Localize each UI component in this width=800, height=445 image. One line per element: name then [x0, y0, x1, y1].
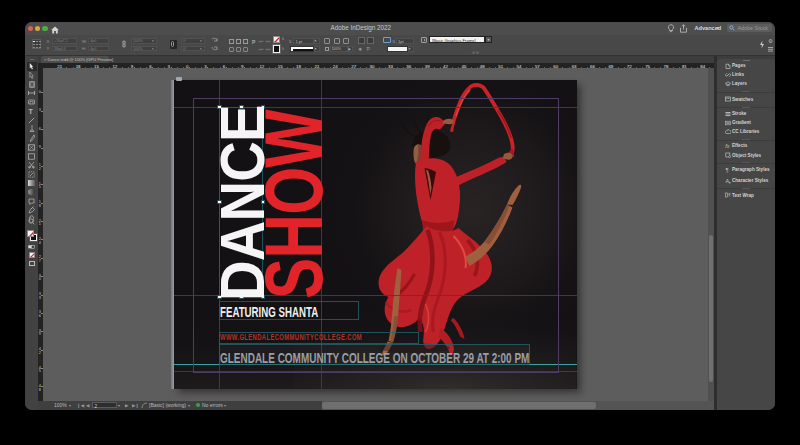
svg-text:A: A	[725, 178, 729, 184]
svg-text:fx: fx	[725, 143, 730, 149]
svg-text:¶: ¶	[725, 167, 728, 173]
